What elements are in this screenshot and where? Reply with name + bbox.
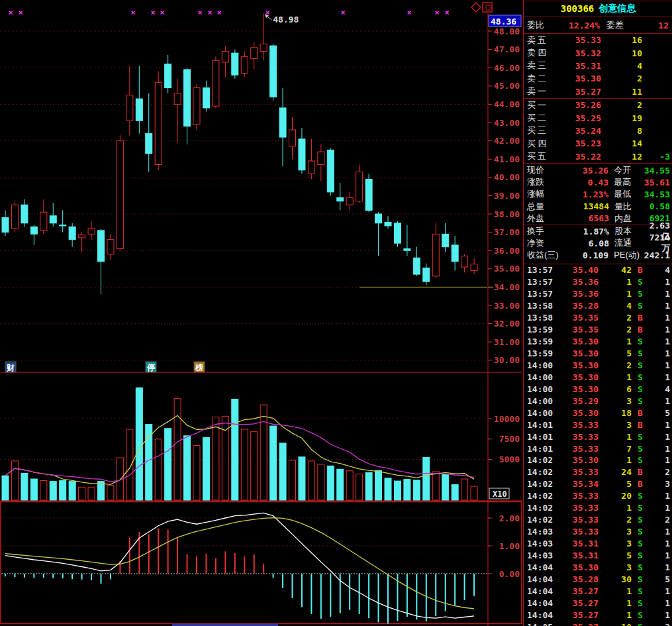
- volume-bar: [98, 482, 105, 500]
- tick-time: 14:00: [527, 408, 557, 418]
- tick-row[interactable]: 14:0335.315S1: [527, 550, 670, 562]
- tick-time: 14:02: [527, 491, 557, 501]
- volume-bar: [251, 432, 258, 500]
- tick-count: 1: [649, 586, 670, 596]
- info-value: 35.26: [565, 166, 609, 176]
- tick-row[interactable]: 14:0235.301S1: [527, 454, 670, 466]
- kline-chart-area[interactable]: 48.0047.0046.0045.0044.0043.0042.0041.00…: [0, 0, 523, 626]
- ask-row[interactable]: 卖二35.302: [527, 72, 670, 85]
- tick-time: 14:01: [527, 420, 557, 430]
- tick-row[interactable]: 13:5935.352B1: [527, 324, 670, 336]
- tick-side: S: [632, 455, 649, 465]
- tick-time: 14:04: [527, 562, 557, 572]
- info-value: 0.58: [645, 201, 670, 211]
- tick-row[interactable]: 13:5735.361S1: [527, 276, 670, 288]
- volume-bar: [318, 464, 324, 500]
- bid-label: 买二: [527, 112, 555, 124]
- tick-volume: 1: [599, 610, 632, 620]
- stock-header[interactable]: 300366 创意信息: [524, 1, 672, 15]
- candle-body: [327, 150, 334, 191]
- info-value: 6.08: [565, 238, 609, 248]
- tick-side: S: [632, 348, 649, 358]
- high-annotation: 48.98: [273, 15, 299, 25]
- tick-volume: 5: [599, 479, 632, 489]
- candle-body: [136, 99, 142, 121]
- volume-bar: [375, 470, 382, 500]
- candle-body: [50, 216, 56, 223]
- candle-body: [270, 46, 277, 97]
- tick-row[interactable]: 14:0335.313S1: [527, 538, 670, 550]
- ask-row[interactable]: 卖三35.314: [527, 60, 670, 72]
- tick-price: 35.33: [557, 503, 599, 513]
- tick-row[interactable]: 14:0435.271S1: [527, 585, 670, 597]
- tick-row[interactable]: 13:5935.301S1: [527, 336, 670, 348]
- tick-volume: 10: [599, 622, 632, 626]
- tick-row[interactable]: 14:0035.302S1: [527, 360, 670, 372]
- bid-row[interactable]: 买一35.262: [527, 99, 670, 111]
- bid-price: 35.26: [555, 100, 601, 110]
- volume-bar: [203, 437, 209, 500]
- tick-list[interactable]: 13:5735.4042B413:5735.361S113:5735.361S1…: [527, 264, 670, 626]
- tick-time: 14:00: [527, 372, 557, 382]
- tick-price: 35.30: [557, 337, 599, 346]
- volume-bar: [385, 478, 391, 500]
- horizontal-scrollbar-thumb[interactable]: [172, 624, 278, 626]
- bid-row[interactable]: 买四35.2314: [527, 137, 670, 150]
- tick-row[interactable]: 13:5835.284S1: [527, 300, 670, 312]
- tick-row[interactable]: 14:0435.271S1: [527, 597, 670, 609]
- tick-row[interactable]: 14:0435.271S1: [527, 609, 670, 621]
- ask-row[interactable]: 卖四35.3210: [527, 46, 670, 59]
- ask-row[interactable]: 卖一35.2711: [527, 85, 670, 98]
- tick-row[interactable]: 14:0335.333S1: [527, 526, 670, 538]
- tick-row[interactable]: 13:5735.4042B4: [527, 264, 670, 276]
- bid-row[interactable]: 买二35.2519: [527, 111, 670, 124]
- tick-row[interactable]: 14:0135.337S1: [527, 443, 670, 454]
- candle-body: [318, 152, 324, 164]
- bid-row[interactable]: 买三35.248: [527, 125, 670, 137]
- ask-label: 卖一: [527, 85, 555, 97]
- tick-count: 1: [649, 337, 670, 346]
- volume-ma5-line: [5, 415, 474, 484]
- info-label: 外盘: [527, 213, 565, 225]
- tick-time: 13:57: [527, 277, 557, 287]
- tick-time: 14:01: [527, 432, 557, 442]
- tick-row[interactable]: 14:0135.333B1: [527, 419, 670, 431]
- tick-row[interactable]: 13:5835.352B1: [527, 312, 670, 324]
- volume-bar: [423, 457, 430, 500]
- info-label: 换手: [527, 225, 565, 237]
- tick-row[interactable]: 14:0235.331S1: [527, 502, 670, 514]
- candle-body: [222, 51, 228, 62]
- tick-row[interactable]: 14:0535.2710S2: [527, 621, 670, 626]
- tick-row[interactable]: 14:0235.3324B2: [527, 466, 670, 478]
- tick-row[interactable]: 13:5935.305S1: [527, 348, 670, 360]
- tick-time: 13:57: [527, 289, 557, 299]
- tick-row[interactable]: 14:0035.293S1: [527, 395, 670, 407]
- tick-row[interactable]: 14:0435.2830S5: [527, 573, 670, 585]
- tick-row[interactable]: 14:0135.331S1: [527, 431, 670, 443]
- candle-body: [30, 227, 37, 234]
- tick-row[interactable]: 14:0235.332S2: [527, 514, 670, 526]
- tick-volume: 1: [599, 455, 632, 465]
- tick-time: 13:59: [527, 348, 557, 358]
- tick-row[interactable]: 14:0035.306S4: [527, 383, 670, 395]
- tick-row[interactable]: 14:0435.303S1: [527, 561, 670, 573]
- tick-row[interactable]: 14:0035.3018B5: [527, 407, 670, 419]
- ask-row[interactable]: 卖五35.3316: [527, 34, 670, 46]
- ask-size: 4: [601, 61, 642, 71]
- candle-body: [165, 64, 171, 88]
- event-marker-icon: ×: [434, 8, 439, 17]
- candle-body: [203, 88, 209, 108]
- bid-row[interactable]: 买五35.2212-3: [527, 150, 670, 163]
- tick-row[interactable]: 14:0035.301S1: [527, 371, 670, 383]
- candle-body: [2, 218, 9, 233]
- volume-bar: [289, 460, 296, 500]
- volume-bar: [365, 472, 372, 500]
- volume-axis-label: 7500: [499, 434, 520, 444]
- bid-label: 买四: [527, 138, 555, 150]
- tick-price: 35.29: [557, 396, 599, 406]
- tick-row[interactable]: 13:5735.361S1: [527, 288, 670, 300]
- ask-size: 16: [601, 35, 642, 45]
- candle-body: [308, 161, 314, 174]
- tick-row[interactable]: 14:0235.3320S1: [527, 490, 670, 502]
- tick-row[interactable]: 14:0235.345B3: [527, 478, 670, 490]
